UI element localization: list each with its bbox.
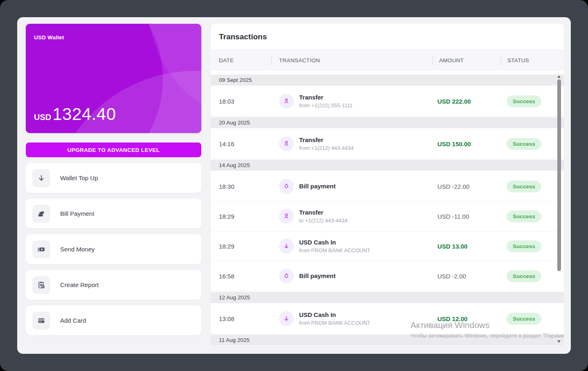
scrollbar-up-arrow-icon[interactable] [557,75,561,78]
transaction-amount: USD 13.00 [433,243,501,250]
transaction-title: Transfer [299,136,354,144]
window-frame: USD Wallet USD 1324.40 UPGRADE TO ADVANC… [0,0,588,371]
create-report-button[interactable]: Create Report [26,270,201,300]
scrollbar[interactable] [556,74,562,345]
upgrade-button[interactable]: UPGRADE TO ADVANCED LEVEL [26,143,201,157]
status-badge: Success [507,240,541,252]
status-badge: Success [507,95,541,107]
transaction-subtitle: to +1(212) 443-4434 [299,217,347,224]
status-badge: Success [507,270,541,282]
column-header-amount: AMOUNT [433,50,501,71]
panel-title: Transactions [219,32,267,41]
transaction-time: 18:29 [211,243,271,250]
credit-card-icon [32,312,50,330]
action-label: Send Money [60,246,95,253]
date-group-header: 11 Aug 2025 [211,335,564,346]
transaction-amount: USD 12.00 [433,315,501,322]
action-label: Create Report [60,281,99,288]
table-row[interactable]: 18:30 Bill payment USD -22.00 Success [211,172,564,201]
wallet-title: USD Wallet [34,34,193,41]
transactions-panel: Transactions DATE TRANSACTION AMOUNT STA… [211,24,564,346]
wallet-top-up-button[interactable]: Wallet Top Up [26,163,201,193]
wallet-card: USD Wallet USD 1324.40 [26,24,201,133]
transaction-title: Bill payment [299,183,336,190]
transaction-subtitle: from FROM BANK ACCOUNT [299,247,370,253]
balance-amount: 1324.40 [52,104,116,124]
cash-in-arrow-down-icon [279,239,294,253]
status-badge: Success [507,313,541,325]
droplet-icon [279,179,294,194]
transaction-time: 18:30 [211,183,271,190]
scrollbar-thumb[interactable] [557,79,561,271]
table-column-header: DATE TRANSACTION AMOUNT STATUS [211,50,564,71]
date-group-header: 14 Aug 2025 [211,160,564,171]
action-label: Add Card [60,317,86,324]
droplet-icon [279,269,294,283]
add-card-button[interactable]: Add Card [26,305,201,335]
transaction-subtitle: from +1(222) 555-1111 [299,102,352,109]
transaction-time: 13:08 [211,315,271,322]
scrollbar-down-arrow-icon[interactable] [557,340,561,343]
table-row[interactable]: 13:08 USD Cash In from FROM BANK ACCOUNT… [211,304,564,334]
table-row[interactable]: 18:03 Transfer from +1(222) 555-1111 USD… [211,86,564,116]
transaction-subtitle: from FROM BANK ACCOUNT [299,320,370,326]
status-badge: Success [507,138,541,150]
report-clock-icon [32,276,50,294]
column-header-status: STATUS [501,50,564,71]
date-group-header: 20 Aug 2025 [211,117,564,128]
transaction-amount: USD 150.00 [433,140,501,147]
transaction-title: USD Cash In [299,239,370,247]
transaction-amount: USD -22.00 [433,183,501,190]
table-row[interactable]: 14:16 Transfer from +1(212) 443-4434 USD… [211,129,564,159]
person-icon [279,136,294,151]
date-group-header: 09 Sept 2025 [211,75,564,86]
transactions-header: Transactions [211,24,564,50]
transaction-time: 18:29 [211,213,271,220]
transaction-title: Bill payment [299,272,336,280]
status-badge: Success [507,181,541,192]
action-label: Wallet Top Up [60,174,98,181]
transaction-amount: USD -11.00 [433,213,501,220]
transaction-title: USD Cash In [299,311,370,319]
table-row[interactable]: 16:58 Bill payment USD -2.00 Success [211,261,564,291]
bill-stack-icon [32,205,50,223]
app-background: USD Wallet USD 1324.40 UPGRADE TO ADVANC… [17,17,571,354]
transaction-time: 18:03 [211,98,271,105]
status-badge: Success [507,210,541,222]
action-label: Bill Payment [60,210,94,217]
send-money-button[interactable]: Send Money [26,234,201,264]
transaction-time: 14:16 [211,140,271,147]
bill-payment-button[interactable]: Bill Payment [26,199,201,228]
date-group-header: 12 Aug 2025 [211,292,564,303]
cash-in-arrow-down-icon [279,311,294,326]
sidebar: USD Wallet USD 1324.40 UPGRADE TO ADVANC… [26,24,201,354]
transaction-time: 16:58 [211,273,271,280]
column-header-transaction: TRANSACTION [271,50,433,71]
transaction-amount: USD 222.00 [433,98,501,105]
column-header-date: DATE [211,50,271,71]
wallet-balance: USD 1324.40 [34,104,116,124]
table-row[interactable]: 18:29 USD Cash In from FROM BANK ACCOUNT… [211,231,564,261]
arrow-down-icon [32,169,50,187]
person-icon [279,209,294,224]
transactions-list: 09 Sept 2025 18:03 Transfer from +1(222)… [211,71,564,346]
balance-currency: USD [34,113,51,122]
person-icon [279,94,294,109]
banknote-icon [32,240,50,258]
table-row[interactable]: 18:29 Transfer to +1(212) 443-4434 USD -… [211,201,564,231]
transaction-amount: USD -2.00 [433,273,501,280]
transaction-title: Transfer [299,209,347,217]
transaction-subtitle: from +1(212) 443-4434 [299,145,354,151]
transaction-title: Transfer [299,94,352,102]
